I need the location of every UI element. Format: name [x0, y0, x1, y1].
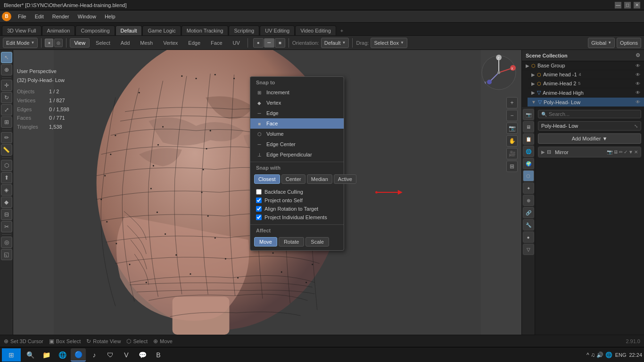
modifier-viewport-icon[interactable]: 🖥 — [613, 149, 618, 155]
menu-help[interactable]: Help — [101, 13, 119, 20]
snap-edge[interactable]: ─ Edge — [250, 108, 344, 118]
xray-icon[interactable]: ◎ — [54, 39, 63, 47]
face-menu-btn[interactable]: Face — [206, 38, 226, 48]
movie-camera-icon[interactable]: 🎥 — [506, 148, 518, 159]
tab-animation[interactable]: Animation — [42, 25, 75, 35]
project-self-item[interactable]: Project onto Self — [254, 196, 340, 205]
taskbar-steam[interactable]: ♪ — [87, 348, 102, 362]
prop-search-input[interactable] — [549, 111, 638, 117]
modifier-check-icon[interactable]: ✓ — [624, 149, 627, 155]
taskbar-vivaldi[interactable]: V — [119, 348, 134, 362]
modifier-edit-icon[interactable]: ✏ — [619, 149, 623, 155]
modifier-delete-icon[interactable]: ✕ — [634, 149, 638, 155]
select-menu-btn[interactable]: Select — [91, 38, 115, 48]
uv-menu-btn[interactable]: UV — [229, 38, 244, 48]
tab-default[interactable]: Default — [116, 25, 142, 35]
project-self-checkbox[interactable] — [256, 197, 262, 203]
tool-measure[interactable]: 📏 — [1, 144, 12, 156]
snap-active-btn[interactable]: Active — [334, 174, 356, 184]
tool-annotate[interactable]: ✏ — [1, 132, 12, 143]
align-rotation-checkbox[interactable] — [256, 206, 262, 212]
tool-inset[interactable]: ◈ — [1, 184, 12, 196]
tool-cursor[interactable]: ⊕ — [1, 64, 12, 75]
affect-rotate-btn[interactable]: Rotate — [279, 237, 304, 247]
hand-icon[interactable]: ✋ — [506, 135, 518, 147]
snap-median-btn[interactable]: Median — [307, 174, 332, 184]
tool-shear[interactable]: ◱ — [1, 249, 12, 260]
prop-particles-icon[interactable]: ✦ — [523, 182, 534, 194]
tool-loop-cut[interactable]: ⊟ — [1, 209, 12, 220]
snap-face[interactable]: ■ Face — [250, 118, 344, 129]
edge-select-mode[interactable]: ─ — [264, 38, 274, 48]
prop-object-icon[interactable]: ⬡ — [523, 170, 534, 181]
collection-base-group[interactable]: ▶ ⬡ Base Group 👁 — [522, 61, 644, 70]
tool-bevel[interactable]: ◆ — [1, 197, 12, 208]
taskbar-search[interactable]: 🔍 — [23, 348, 38, 362]
tab-compositing[interactable]: Compositing — [75, 25, 115, 35]
tool-transform[interactable]: ⊞ — [1, 116, 12, 128]
snap-center-btn[interactable]: Center — [281, 174, 305, 184]
menu-file[interactable]: File — [14, 13, 30, 20]
prop-modifiers-icon[interactable]: 🔧 — [523, 219, 534, 230]
vertex-menu-btn[interactable]: Vertex — [159, 38, 182, 48]
tool-extrude[interactable]: ⬆ — [1, 172, 12, 183]
modifier-settings-icon[interactable]: ▼ — [628, 149, 633, 155]
tool-move[interactable]: ✛ — [1, 80, 12, 91]
snap-volume[interactable]: ⬡ Volume — [250, 129, 344, 139]
drag-dropdown[interactable]: Select Box ▼ — [371, 38, 407, 48]
taskbar-blender2[interactable]: B — [151, 348, 166, 362]
align-rotation-item[interactable]: Align Rotation to Target — [254, 205, 340, 213]
collection-anime-head-1[interactable]: ▶ ⬡ Anime head -1 4 👁 — [528, 70, 644, 79]
tool-add-cube[interactable]: ⬡ — [1, 160, 12, 171]
face-select-mode[interactable]: ■ — [275, 38, 285, 48]
taskbar-start-button[interactable]: ⊞ — [2, 348, 21, 362]
add-workspace-button[interactable]: + — [337, 26, 347, 35]
grid-icon[interactable]: ⊞ — [506, 161, 518, 172]
tool-select[interactable]: ↖ — [1, 52, 12, 63]
zoom-out-icon[interactable]: − — [506, 110, 518, 121]
prop-data-icon[interactable]: ▽ — [523, 244, 534, 255]
zoom-in-icon[interactable]: + — [506, 97, 518, 108]
viewport-overlay-icon[interactable]: ● — [45, 39, 53, 47]
maximize-button[interactable]: □ — [624, 2, 631, 8]
snap-edge-center[interactable]: ─ Edge Center — [250, 139, 344, 149]
project-individual-item[interactable]: Project Individual Elements — [254, 213, 340, 222]
snap-closest-btn[interactable]: Closest — [254, 174, 280, 184]
taskbar-blender[interactable]: 🔵 — [71, 348, 86, 362]
options-button[interactable]: Options — [617, 38, 641, 48]
prop-view-icon[interactable]: 📋 — [523, 133, 534, 145]
menu-edit[interactable]: Edit — [31, 13, 48, 20]
collection-anime-head-high[interactable]: ▶ ▽ Anime-Head High 👁 — [528, 88, 644, 98]
snap-vertex[interactable]: ◆ Vertex — [250, 98, 344, 108]
window-controls[interactable]: — □ ✕ — [615, 2, 640, 8]
tab-3d-view-full[interactable]: 3D View Full — [2, 25, 41, 35]
tab-scripting[interactable]: Scripting — [229, 25, 259, 35]
scene-filter-icon[interactable]: ⚙ — [636, 52, 640, 58]
modifier-expand-icon[interactable]: ▶ — [541, 149, 545, 155]
backface-culling-checkbox[interactable] — [256, 189, 262, 195]
collection-anime-head-2[interactable]: ▶ ⬡ Anime-Head 2 5 👁 — [528, 79, 644, 88]
taskbar-discord[interactable]: 💬 — [135, 348, 150, 362]
prop-render-icon[interactable]: 📷 — [523, 109, 534, 120]
backface-culling-item[interactable]: Backface Culling — [254, 188, 340, 196]
add-modifier-button[interactable]: Add Modifier ▼ — [538, 133, 641, 144]
edit-mode-dropdown[interactable]: Edit Mode ▼ — [3, 38, 38, 48]
tool-scale[interactable]: ⤢ — [1, 104, 12, 115]
modifier-render-icon[interactable]: 📷 — [607, 149, 612, 155]
tab-motion-tracking[interactable]: Motion Tracking — [182, 25, 229, 35]
taskbar-browser[interactable]: 🌐 — [55, 348, 70, 362]
prop-world-icon[interactable]: 🌍 — [523, 158, 534, 169]
prop-material-icon[interactable]: ● — [523, 231, 534, 243]
edge-menu-btn[interactable]: Edge — [184, 38, 205, 48]
tab-video-editing[interactable]: Video Editing — [295, 25, 336, 35]
tool-rotate[interactable]: ↻ — [1, 92, 12, 103]
orientation-dropdown[interactable]: Default ▼ — [321, 38, 349, 48]
project-individual-checkbox[interactable] — [256, 214, 262, 220]
camera-view-icon[interactable]: 📷 — [506, 123, 518, 134]
menu-render[interactable]: Render — [49, 13, 73, 20]
taskbar-antivirus[interactable]: 🛡 — [103, 348, 118, 362]
tab-uv-editing[interactable]: UV Editing — [260, 25, 295, 35]
minimize-button[interactable]: — — [615, 2, 621, 8]
prop-scene-icon[interactable]: 🌐 — [523, 146, 534, 157]
taskbar-explorer[interactable]: 📁 — [39, 348, 54, 362]
